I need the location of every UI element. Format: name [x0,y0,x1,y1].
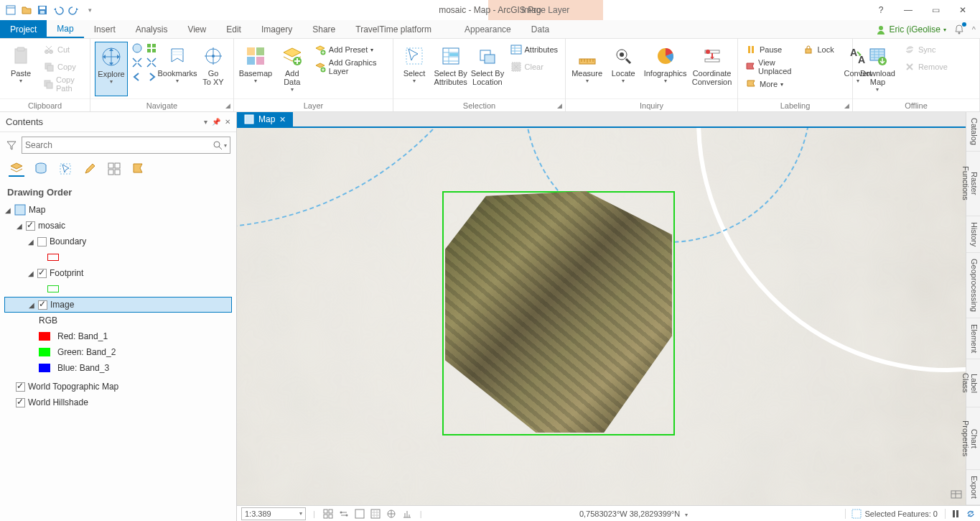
corrections-status-icon[interactable] [354,508,365,520]
new-project-icon[interactable] [4,4,17,17]
tab-traveltime[interactable]: TravelTime platform [345,20,442,38]
fixed-zoom-out-icon[interactable] [145,56,158,69]
clear-selection-button[interactable]: Clear [508,59,561,75]
toggle-footprint-checkbox[interactable] [37,269,47,278]
maximize-icon[interactable]: ▭ [928,5,943,15]
explore-button[interactable]: Explore▾ [95,42,128,96]
undo-icon[interactable] [52,4,65,17]
label-class-side-tab[interactable]: Label Class [966,359,980,407]
footprint-node[interactable]: Footprint [50,268,83,278]
topo-node[interactable]: World Topographic Map [28,382,118,392]
history-side-tab[interactable]: History [966,216,980,253]
refresh-icon[interactable] [966,509,976,519]
tab-appearance[interactable]: Appearance [454,20,521,38]
mosaic-node[interactable]: mosaic [38,221,65,231]
toggle-mosaic-checkbox[interactable] [26,221,35,231]
ribbon-collapse-icon[interactable]: ^ [972,25,976,34]
map-canvas[interactable] [237,128,980,505]
list-by-selection-icon[interactable] [57,161,73,177]
add-data-button[interactable]: Add Data▾ [276,42,309,96]
boundary-node[interactable]: Boundary [50,236,86,246]
copy-button[interactable]: Copy [40,59,85,75]
autohide-icon[interactable]: 📌 [212,118,220,126]
search-menu-icon[interactable]: ▾ [223,142,227,149]
tab-map[interactable]: Map [47,20,83,38]
lock-labeling-button[interactable]: Lock [800,42,836,57]
toggle-topo-checkbox[interactable] [16,382,25,392]
grid-status-icon[interactable] [386,508,397,520]
contents-search-box[interactable]: ▾ [22,137,230,154]
go-to-xy-button[interactable]: Go To XY [197,42,230,96]
open-project-icon[interactable] [20,4,33,17]
pane-options-icon[interactable]: ▾ [204,118,207,126]
search-input[interactable] [25,140,213,150]
scale-combo[interactable]: 1:3.389 ▾ [241,507,306,520]
close-map-view-icon[interactable]: ✕ [279,115,286,124]
inference-status-icon[interactable] [370,508,381,520]
map-options-icon[interactable] [950,488,963,501]
export-side-tab[interactable]: Export [966,470,980,505]
sync-button[interactable]: Sync [901,42,951,57]
copy-path-button[interactable]: Copy Path [40,76,85,92]
bookmarks-button[interactable]: Bookmarks▾ [161,42,194,96]
expand-image-icon[interactable]: ◢ [28,301,35,309]
measure-button[interactable]: Measure▾ [570,42,604,96]
infographics-button[interactable]: Infographics▾ [643,42,688,96]
help-icon[interactable]: ? [874,5,888,15]
more-labeling-button[interactable]: More ▾ [742,76,795,92]
toggle-hillshade-checkbox[interactable] [16,398,25,407]
tab-analysis[interactable]: Analysis [126,20,178,38]
remove-offline-button[interactable]: Remove [901,59,951,75]
close-pane-icon[interactable]: ✕ [225,118,230,126]
save-project-icon[interactable] [36,4,49,17]
list-by-editing-icon[interactable] [82,161,98,177]
snapping-status-icon[interactable] [322,508,334,520]
selection-launcher-icon[interactable]: ◢ [557,102,562,109]
expand-boundary-icon[interactable]: ◢ [27,238,34,246]
expand-footprint-icon[interactable]: ◢ [27,269,34,277]
select-by-location-button[interactable]: Select By Location [470,42,504,96]
chart-properties-side-tab[interactable]: Chart Properties [966,407,980,470]
list-by-snapping-icon[interactable] [106,161,122,177]
notifications-icon[interactable] [953,24,965,35]
attributes-button[interactable]: Attributes [508,42,561,57]
search-icon[interactable] [213,140,223,150]
zoom-to-selection-icon[interactable] [131,56,144,69]
tab-edit[interactable]: Edit [216,20,251,38]
locate-button[interactable]: Locate▾ [607,42,640,96]
coordinate-conversion-button[interactable]: Coordinate Conversion [691,42,733,96]
paste-button[interactable]: Paste ▾ [4,42,37,96]
filter-icon[interactable] [6,139,17,151]
download-map-button[interactable]: Download Map▾ [857,42,898,96]
fixed-zoom-in-icon[interactable] [145,42,158,55]
tab-share[interactable]: Share [302,20,345,38]
labeling-launcher-icon[interactable]: ◢ [844,102,849,109]
toggle-boundary-checkbox[interactable] [37,237,47,246]
file-tab[interactable]: Project [0,20,47,38]
add-preset-button[interactable]: Add Preset ▾ [312,42,388,57]
expand-mosaic-icon[interactable]: ◢ [16,222,23,230]
image-node[interactable]: Image [50,300,74,310]
pause-labeling-button[interactable]: Pause [742,42,795,57]
prev-extent-icon[interactable] [131,70,144,83]
tab-data[interactable]: Data [521,20,559,38]
raster-functions-side-tab[interactable]: Raster Functions [966,152,980,216]
list-by-labeling-icon[interactable] [131,161,146,177]
tab-insert[interactable]: Insert [84,20,126,38]
tab-imagery[interactable]: Imagery [251,20,302,38]
dynamic-status-icon[interactable] [401,508,413,520]
element-side-tab[interactable]: Element [966,318,980,359]
minimize-icon[interactable]: — [901,5,915,15]
list-by-drawing-order-icon[interactable] [9,161,24,177]
geoprocessing-side-tab[interactable]: Geoprocessing [966,253,980,318]
select-button[interactable]: Select▾ [398,42,431,96]
full-extent-icon[interactable] [131,42,144,55]
next-extent-icon[interactable] [145,70,158,83]
list-by-source-icon[interactable] [33,161,49,177]
hillshade-node[interactable]: World Hillshade [28,397,88,407]
select-by-attributes-button[interactable]: Select By Attributes [434,42,467,96]
catalog-side-tab[interactable]: Catalog [966,112,980,152]
redo-icon[interactable] [67,4,80,17]
qat-customize-icon[interactable]: ▾ [83,4,96,17]
view-unplaced-button[interactable]: View Unplaced [742,59,795,75]
